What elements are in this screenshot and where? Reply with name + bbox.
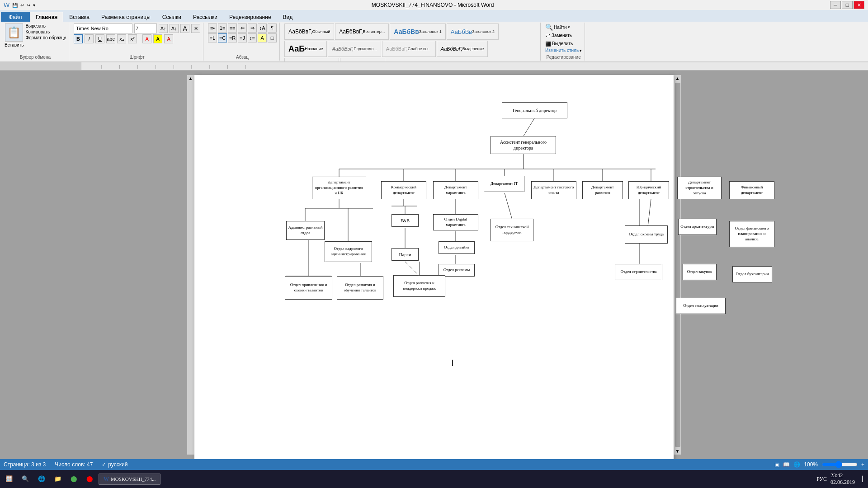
- style-no-spacing[interactable]: АаБбВвГ,Без интер...: [335, 23, 389, 40]
- tab-view[interactable]: Вид: [277, 12, 299, 22]
- tab-review[interactable]: Рецензирование: [223, 12, 277, 22]
- clear-format[interactable]: ✕: [191, 24, 200, 33]
- edge-button[interactable]: 🌐: [34, 474, 49, 484]
- border-button[interactable]: □: [268, 33, 277, 42]
- italic-button[interactable]: I: [85, 34, 94, 43]
- style-subtle-emphasis[interactable]: АаБбВвГ,Слабое вы...: [382, 41, 436, 57]
- box-oohrana: Отдел охраны труда: [625, 225, 668, 244]
- decrease-indent[interactable]: ⇐: [238, 23, 247, 33]
- maximize-button[interactable]: □: [842, 1, 853, 9]
- align-right[interactable]: ≡R: [228, 33, 237, 42]
- underline-button[interactable]: U: [95, 34, 104, 43]
- view-web[interactable]: 🌐: [793, 461, 800, 468]
- style-subtitle[interactable]: АаБбВвГ,Подзаголо...: [328, 41, 381, 57]
- scroll-up-btn[interactable]: ▲: [675, 76, 680, 81]
- cut-button[interactable]: Вырезать: [25, 23, 66, 28]
- increase-indent[interactable]: ⇒: [248, 23, 257, 33]
- highlight-button[interactable]: A: [153, 34, 162, 43]
- window-title: MOSKOVSKII_774_FINANSOVO - Microsoft Wor…: [35, 2, 830, 8]
- svg-line-0: [524, 118, 534, 136]
- strikethrough-button[interactable]: abc: [106, 34, 115, 43]
- minimize-button[interactable]: ─: [830, 1, 841, 9]
- scroll-up[interactable]: ▲: [189, 76, 193, 81]
- align-center[interactable]: ≡C: [218, 33, 227, 42]
- box-oprodag: Отдел развития и поддержки продаж: [393, 275, 445, 297]
- start-button[interactable]: 🪟: [2, 474, 16, 484]
- line-spacing[interactable]: ↕≡: [248, 33, 257, 42]
- box-orazv: Отдел развития и обучения талантов: [337, 276, 383, 300]
- style-title[interactable]: АаБНазвание: [284, 41, 327, 57]
- bold-button[interactable]: B: [74, 34, 83, 43]
- paste-button[interactable]: 📋: [5, 23, 23, 42]
- zoom-in[interactable]: +: [861, 461, 864, 468]
- tab-file[interactable]: Файл: [1, 12, 30, 22]
- font-name-input[interactable]: [74, 23, 132, 33]
- paragraph-group-label: Абзац: [236, 54, 249, 60]
- opera-button[interactable]: ⬤: [83, 474, 97, 484]
- font-size-decrease[interactable]: A↓: [170, 24, 179, 33]
- text-color-button[interactable]: A: [142, 34, 151, 43]
- style-emphasis[interactable]: АаБбВвГ,Выделение: [437, 41, 488, 57]
- tab-references[interactable]: Ссылки: [156, 12, 187, 22]
- paste-label: Вставить: [5, 42, 24, 47]
- show-desktop[interactable]: ▕: [859, 476, 863, 483]
- tab-home[interactable]: Главная: [30, 12, 64, 22]
- view-reading[interactable]: 📖: [783, 461, 790, 468]
- show-marks[interactable]: ¶: [268, 23, 277, 33]
- word-taskbar-app[interactable]: W MOSKOVSKII_774...: [99, 474, 160, 485]
- style-heading1[interactable]: АаБбВвЗаголовок 1: [390, 23, 445, 40]
- tab-insert[interactable]: Вставка: [63, 12, 95, 22]
- status-bar: Страница: 3 из 3 Число слов: 47 ✓ русски…: [0, 459, 868, 470]
- font-color-button[interactable]: A: [164, 34, 173, 43]
- change-style-button[interactable]: Изменить стиль ▾: [545, 48, 582, 53]
- select-button[interactable]: ▦ Выделить: [545, 40, 573, 47]
- zoom-level: 100%: [804, 461, 818, 468]
- box-fd: Финансовый департамент: [729, 181, 774, 199]
- font-size-increase[interactable]: A↑: [159, 24, 168, 33]
- quick-save[interactable]: 💾: [12, 3, 18, 8]
- superscript-button[interactable]: x²: [128, 34, 137, 43]
- zoom-slider[interactable]: [821, 461, 858, 468]
- replace-button[interactable]: ⇌ Заменить: [545, 32, 572, 39]
- chrome-button[interactable]: ⬤: [67, 474, 81, 484]
- style-heading2[interactable]: АаБбВвЗаголовок 2: [447, 23, 499, 40]
- box-dizain: Отдел дизайна: [439, 241, 475, 254]
- box-tech: Отдел технической поддержки: [491, 219, 533, 241]
- bullet-list-button[interactable]: ≡•: [208, 23, 217, 33]
- copy-button[interactable]: Копировать: [25, 29, 66, 34]
- style-normal[interactable]: АаБбВвГ,Обычный: [284, 23, 334, 40]
- align-left[interactable]: ≡L: [208, 33, 217, 42]
- font-size-big[interactable]: A: [180, 24, 189, 33]
- svg-line-30: [505, 193, 512, 220]
- lang-check: ✓ русский: [102, 461, 127, 468]
- font-group: A↑ A↓ A ✕ B I U abc x₂ x² A A A: [71, 23, 203, 61]
- number-list-button[interactable]: 1≡: [218, 23, 227, 33]
- scroll-down-btn[interactable]: ▼: [675, 449, 680, 454]
- quick-undo[interactable]: ↩: [20, 3, 24, 8]
- multilevel-list-button[interactable]: ≡≡: [228, 23, 237, 33]
- search-button[interactable]: 🔍: [18, 474, 33, 484]
- close-button[interactable]: ✕: [854, 1, 864, 9]
- find-button[interactable]: 🔍 Найти ▾: [545, 23, 570, 31]
- scroll-thumb[interactable]: [675, 83, 680, 447]
- box-agd: Ассистент генерального директора: [491, 136, 556, 154]
- box-okad: Отдел кадрового администрирования: [325, 241, 372, 262]
- font-size-input[interactable]: [134, 23, 157, 33]
- shading-button[interactable]: A: [258, 33, 267, 42]
- format-painter-button[interactable]: Формат по образцу: [25, 35, 66, 40]
- org-chart: Генеральный директор Ассистент генеральн…: [212, 89, 656, 450]
- align-justify[interactable]: ≡J: [238, 33, 247, 42]
- tab-page-layout[interactable]: Разметка страницы: [95, 12, 156, 22]
- box-gd: Генеральный директор: [502, 102, 567, 118]
- quick-redo[interactable]: ↪: [27, 3, 30, 8]
- view-normal[interactable]: ▣: [774, 461, 779, 468]
- box-dr: Департамент развития: [582, 181, 623, 199]
- subscript-button[interactable]: x₂: [117, 34, 126, 43]
- explorer-button[interactable]: 📁: [51, 474, 65, 484]
- sort-button[interactable]: ↕A: [258, 23, 267, 33]
- tab-mailings[interactable]: Рассылки: [187, 12, 223, 22]
- connector-lines: [212, 89, 656, 450]
- box-ozakup: Отдел закупок: [683, 264, 717, 280]
- ruler: |||||||||: [0, 62, 868, 70]
- box-fb: F&B: [392, 214, 419, 227]
